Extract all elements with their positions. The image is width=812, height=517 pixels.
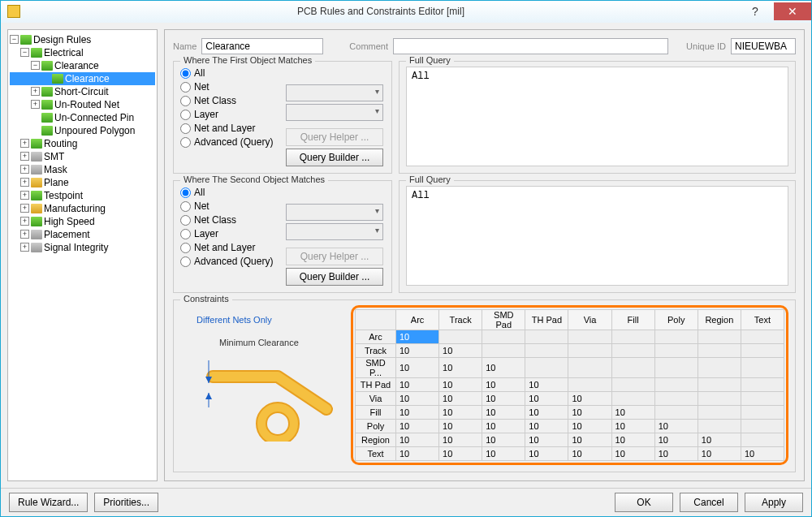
match1-radio-all[interactable]	[180, 68, 191, 79]
matrix-cell[interactable]: 10	[396, 391, 439, 405]
tree-unpoured[interactable]: Unpoured Polygon	[54, 125, 135, 136]
matrix-cell[interactable]	[439, 330, 482, 343]
matrix-cell[interactable]	[741, 405, 784, 419]
matrix-cell[interactable]	[568, 343, 611, 357]
matrix-cell[interactable]: 10	[439, 433, 482, 446]
matrix-cell[interactable]: 10	[439, 419, 482, 433]
match2-radio-layer[interactable]	[180, 229, 191, 239]
matrix-cell[interactable]	[525, 330, 568, 343]
close-button[interactable]: ✕	[774, 2, 811, 20]
tree-placement[interactable]: Placement	[44, 229, 90, 240]
tree-short-circuit[interactable]: Short-Circuit	[54, 86, 109, 97]
matrix-cell[interactable]	[741, 357, 784, 377]
matrix-cell[interactable]: 10	[439, 391, 482, 405]
matrix-cell[interactable]	[525, 343, 568, 357]
matrix-cell[interactable]: 10	[396, 330, 439, 343]
matrix-cell[interactable]: 10	[482, 433, 525, 446]
rule-wizard-button[interactable]: Rule Wizard...	[9, 493, 88, 512]
match2-fullquery-value[interactable]: All	[406, 186, 788, 286]
match1-radio-layer[interactable]	[180, 110, 191, 120]
matrix-cell[interactable]: 10	[482, 357, 525, 377]
tree-smt[interactable]: SMT	[44, 151, 64, 162]
matrix-cell[interactable]: 10	[482, 419, 525, 433]
matrix-cell[interactable]	[698, 419, 741, 433]
match2-radio-netclass[interactable]	[180, 215, 191, 226]
matrix-cell[interactable]: 10	[525, 405, 568, 419]
matrix-cell[interactable]	[698, 343, 741, 357]
matrix-cell[interactable]	[741, 391, 784, 405]
matrix-cell[interactable]: 10	[698, 433, 741, 446]
matrix-cell[interactable]: 10	[396, 343, 439, 357]
ok-button[interactable]: OK	[615, 493, 673, 512]
matrix-cell[interactable]: 10	[439, 357, 482, 377]
priorities-button[interactable]: Priorities...	[94, 493, 158, 512]
matrix-cell[interactable]	[698, 405, 741, 419]
matrix-cell[interactable]	[482, 330, 525, 343]
match2-radio-all[interactable]	[180, 187, 191, 198]
tree-plane[interactable]: Plane	[44, 177, 69, 188]
matrix-cell[interactable]	[654, 405, 698, 419]
matrix-cell[interactable]	[741, 343, 784, 357]
matrix-cell[interactable]	[741, 433, 784, 446]
matrix-cell[interactable]: 10	[568, 433, 611, 446]
matrix-cell[interactable]: 10	[525, 377, 568, 391]
tree-electrical[interactable]: Electrical	[44, 47, 84, 58]
matrix-cell[interactable]	[568, 377, 611, 391]
matrix-cell[interactable]	[698, 391, 741, 405]
matrix-cell[interactable]: 10	[568, 446, 611, 460]
matrix-cell[interactable]: 10	[439, 377, 482, 391]
matrix-cell[interactable]: 10	[654, 419, 698, 433]
matrix-cell[interactable]	[741, 419, 784, 433]
tree-mask[interactable]: Mask	[44, 164, 67, 175]
tree-routing[interactable]: Routing	[44, 138, 77, 149]
matrix-cell[interactable]: 10	[654, 446, 698, 460]
tree-highspeed[interactable]: High Speed	[44, 216, 95, 227]
matrix-cell[interactable]: 10	[654, 433, 698, 446]
tree-signal-integrity[interactable]: Signal Integrity	[44, 242, 108, 253]
tree-unconnected-pin[interactable]: Un-Connected Pin	[54, 112, 134, 123]
matrix-cell[interactable]	[525, 357, 568, 377]
matrix-cell[interactable]: 10	[396, 405, 439, 419]
clearance-matrix[interactable]: ArcTrackSMD PadTH PadViaFillPolyRegionTe…	[355, 309, 784, 461]
matrix-cell[interactable]	[611, 377, 654, 391]
match2-combo-netclass[interactable]	[286, 223, 383, 240]
matrix-cell[interactable]	[611, 357, 654, 377]
matrix-cell[interactable]	[654, 357, 698, 377]
match1-radio-advanced[interactable]	[180, 137, 191, 148]
different-nets-label[interactable]: Different Nets Only	[197, 315, 343, 325]
tree-clearance-rule[interactable]: Clearance	[65, 73, 110, 84]
matrix-cell[interactable]: 10	[482, 377, 525, 391]
name-input[interactable]	[201, 38, 323, 54]
match1-combo-net[interactable]	[286, 84, 383, 101]
match1-combo-netclass[interactable]	[286, 104, 383, 121]
matrix-cell[interactable]: 10	[698, 446, 741, 460]
match2-query-helper[interactable]: Query Helper ...	[286, 248, 383, 265]
tree-clearance-group[interactable]: Clearance	[54, 60, 99, 71]
match1-radio-netclass[interactable]	[180, 96, 191, 106]
tree-unrouted[interactable]: Un-Routed Net	[54, 99, 119, 110]
matrix-cell[interactable]: 10	[525, 391, 568, 405]
matrix-cell[interactable]: 10	[396, 419, 439, 433]
tree-root[interactable]: Design Rules	[33, 34, 91, 45]
match1-query-helper[interactable]: Query Helper ...	[286, 128, 383, 146]
matrix-cell[interactable]	[654, 343, 698, 357]
cancel-button[interactable]: Cancel	[680, 493, 738, 512]
matrix-cell[interactable]: 10	[611, 446, 654, 460]
help-button[interactable]: ?	[736, 2, 774, 20]
match2-radio-advanced[interactable]	[180, 256, 191, 267]
matrix-cell[interactable]: 10	[396, 446, 439, 460]
tree-testpoint[interactable]: Testpoint	[44, 190, 83, 201]
apply-button[interactable]: Apply	[745, 493, 803, 512]
match1-fullquery-value[interactable]: All	[406, 67, 788, 166]
matrix-cell[interactable]: 10	[525, 419, 568, 433]
matrix-cell[interactable]	[698, 377, 741, 391]
matrix-cell[interactable]	[654, 377, 698, 391]
matrix-cell[interactable]	[482, 343, 525, 357]
matrix-cell[interactable]: 10	[396, 357, 439, 377]
matrix-cell[interactable]: 10	[741, 446, 784, 460]
matrix-cell[interactable]: 10	[396, 377, 439, 391]
matrix-cell[interactable]: 10	[525, 433, 568, 446]
matrix-cell[interactable]	[611, 330, 654, 343]
match1-radio-net[interactable]	[180, 82, 191, 93]
match1-query-builder[interactable]: Query Builder ...	[286, 149, 383, 166]
